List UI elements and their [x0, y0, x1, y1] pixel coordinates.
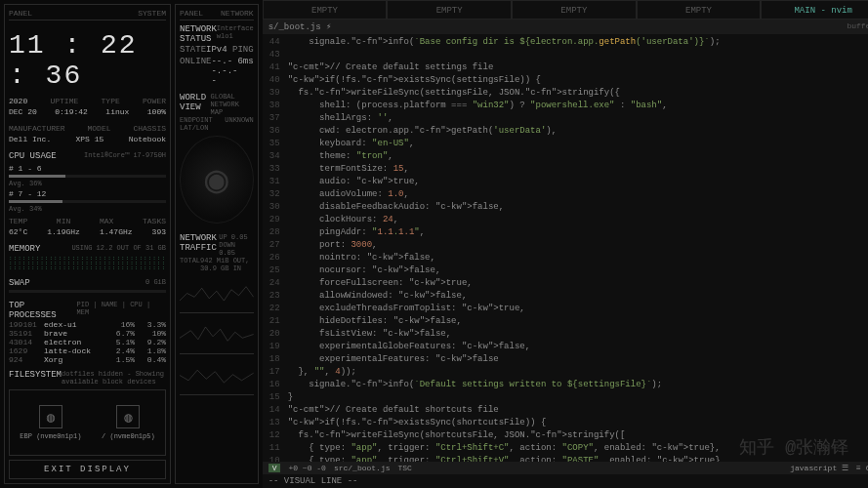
code-area[interactable]: 44 signale."c-fn">info(`Base config dir … — [263, 34, 868, 462]
clock: 11 : 22 : 36 — [9, 30, 166, 91]
drive-ebp[interactable]: ◍EBP (nvme0n1p1) — [20, 405, 81, 440]
tab-main[interactable]: MAIN - nvim — [761, 0, 868, 20]
traffic-chart — [180, 315, 254, 354]
process-row: 924Xorg1.5%0.4% — [9, 355, 166, 364]
process-row: 35191brave6.7%10% — [9, 329, 166, 338]
drive-root[interactable]: ◍/ (nvme0n1p5) — [102, 405, 155, 440]
drive-icon: ◍ — [39, 405, 62, 428]
process-row: 1629latte-dock2.4%1.8% — [9, 346, 166, 355]
tab-empty[interactable]: EMPTY — [263, 0, 388, 20]
tab-bar: EMPTY EMPTY EMPTY EMPTY MAIN - nvim — [263, 0, 868, 20]
drive-icon: ◍ — [116, 405, 140, 428]
process-row: 43014electron5.1%9.2% — [9, 338, 166, 346]
traffic-chart — [180, 356, 254, 395]
tab-empty[interactable]: EMPTY — [512, 0, 637, 20]
status-bar: V +0 ~0 -0 src/_boot.js TSC javascript ☰… — [263, 462, 868, 474]
exit-button[interactable]: EXIT DISPLAY — [9, 460, 166, 479]
network-panel: PANELNETWORK NETWORK STATUSInterface wlo… — [175, 4, 259, 484]
process-row: 199101edex-ui16%3.3% — [9, 320, 166, 329]
tab-empty[interactable]: EMPTY — [387, 0, 512, 20]
breadcrumb: s/_boot.js ⚡buffers — [263, 20, 868, 34]
globe-icon: ◉ — [180, 136, 254, 224]
system-panel: PANELSYSTEM 11 : 22 : 36 2020UPTIMETYPEP… — [4, 4, 171, 484]
tab-empty[interactable]: EMPTY — [637, 0, 762, 20]
vim-mode: -- VISUAL LINE -- — [263, 474, 868, 488]
traffic-chart — [180, 274, 254, 313]
filesystem-area: ◍EBP (nvme0n1p1) ◍/ (nvme0n1p5) — [9, 389, 166, 456]
editor-pane: EMPTY EMPTY EMPTY EMPTY MAIN - nvim s/_b… — [263, 0, 868, 488]
